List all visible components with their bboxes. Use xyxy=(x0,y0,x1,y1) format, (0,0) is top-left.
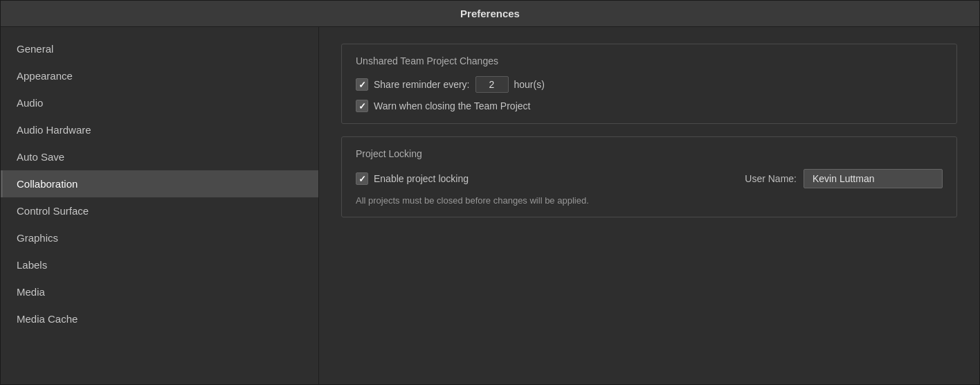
sidebar-item-label-appearance: Appearance xyxy=(17,70,73,82)
enable-locking-label: Enable project locking xyxy=(374,173,469,184)
share-reminder-row: Share reminder every: hour(s) xyxy=(356,76,943,93)
sidebar-item-media-cache[interactable]: Media Cache xyxy=(1,305,318,332)
share-reminder-unit: hour(s) xyxy=(514,79,545,90)
sidebar-item-label-labels: Labels xyxy=(17,259,47,271)
locking-left: Enable project locking xyxy=(356,172,469,185)
username-label: User Name: xyxy=(745,173,797,184)
sidebar-item-appearance[interactable]: Appearance xyxy=(1,62,318,89)
enable-locking-checkbox[interactable] xyxy=(356,172,368,185)
locking-right: User Name: xyxy=(745,169,943,188)
sidebar-item-audio-hardware[interactable]: Audio Hardware xyxy=(1,116,318,143)
sidebar-item-collaboration[interactable]: Collaboration xyxy=(1,170,318,197)
sidebar-item-general[interactable]: General xyxy=(1,35,318,62)
sidebar-item-label-media: Media xyxy=(17,286,45,298)
sidebar-item-label-audio-hardware: Audio Hardware xyxy=(17,124,91,136)
sidebar-item-label-graphics: Graphics xyxy=(17,232,58,244)
sidebar: GeneralAppearanceAudioAudio HardwareAuto… xyxy=(1,27,319,384)
sidebar-item-label-control-surface: Control Surface xyxy=(17,205,89,217)
sidebar-item-label-media-cache: Media Cache xyxy=(17,313,78,325)
share-reminder-label: Share reminder every: xyxy=(374,79,470,90)
locking-row: Enable project locking User Name: xyxy=(356,169,943,188)
locking-info-text: All projects must be closed before chang… xyxy=(356,195,943,206)
sidebar-item-media[interactable]: Media xyxy=(1,278,318,305)
unshared-section-title: Unshared Team Project Changes xyxy=(356,55,943,66)
content-area: GeneralAppearanceAudioAudio HardwareAuto… xyxy=(1,27,979,384)
warn-closing-row: Warn when closing the Team Project xyxy=(356,100,943,112)
main-panel: Unshared Team Project Changes Share remi… xyxy=(319,27,979,384)
share-reminder-checkbox[interactable] xyxy=(356,78,368,91)
sidebar-item-control-surface[interactable]: Control Surface xyxy=(1,197,318,224)
sidebar-item-auto-save[interactable]: Auto Save xyxy=(1,143,318,170)
window-title: Preferences xyxy=(460,8,520,19)
sidebar-item-audio[interactable]: Audio xyxy=(1,89,318,116)
warn-closing-label: Warn when closing the Team Project xyxy=(374,100,530,111)
sidebar-item-label-auto-save: Auto Save xyxy=(17,151,64,163)
title-bar: Preferences xyxy=(1,1,979,27)
username-input[interactable] xyxy=(804,169,943,188)
sidebar-item-label-collaboration: Collaboration xyxy=(17,178,78,190)
warn-closing-checkbox[interactable] xyxy=(356,100,368,112)
sidebar-item-labels[interactable]: Labels xyxy=(1,251,318,278)
locking-section: Project Locking Enable project locking U… xyxy=(341,136,957,217)
sidebar-item-label-audio: Audio xyxy=(17,97,43,109)
locking-section-title: Project Locking xyxy=(356,148,943,159)
sidebar-item-label-general: General xyxy=(17,43,53,55)
share-reminder-input[interactable] xyxy=(475,76,509,93)
preferences-window: Preferences GeneralAppearanceAudioAudio … xyxy=(0,0,980,385)
sidebar-item-graphics[interactable]: Graphics xyxy=(1,224,318,251)
unshared-section: Unshared Team Project Changes Share remi… xyxy=(341,44,957,124)
